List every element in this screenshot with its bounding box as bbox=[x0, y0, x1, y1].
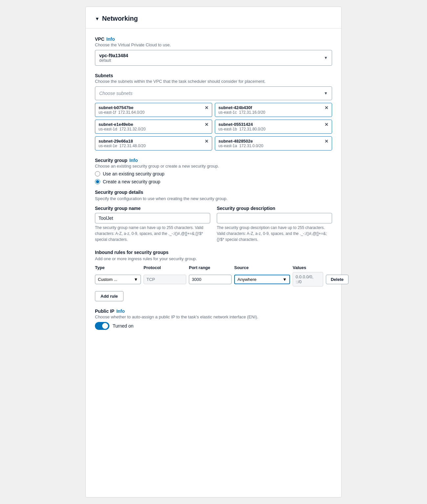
subnets-field-group: Subnets Choose the subnets within the VP… bbox=[95, 73, 332, 150]
vpc-description: Choose the Virtual Private Cloud to use. bbox=[95, 42, 332, 47]
sg-name-label: Security group name bbox=[95, 206, 210, 211]
security-group-radio-group: Use an existing security group Create a … bbox=[95, 171, 332, 184]
public-ip-label: Public IP Info bbox=[95, 309, 332, 314]
inbound-values: 0.0.0.0/0, ::/0 bbox=[293, 272, 323, 286]
subnet-remove-button[interactable]: ✕ bbox=[325, 122, 328, 127]
inbound-rules-field-group: Inbound rules for security groups Add on… bbox=[95, 250, 332, 301]
subnet-tag: subnet-4828502e us-east-1a 172.31.0.0/20… bbox=[215, 136, 332, 150]
public-ip-description: Choose whether to auto-assign a public I… bbox=[95, 314, 332, 319]
security-group-label: Security group Info bbox=[95, 158, 332, 163]
public-ip-toggle[interactable] bbox=[95, 322, 109, 330]
subnet-detail: us-east-1e 172.31.48.0/20 bbox=[99, 144, 146, 148]
source-dropdown-arrow: ▼ bbox=[282, 277, 287, 282]
inbound-type-select[interactable]: Custom ... ▼ bbox=[95, 275, 141, 284]
subnet-detail: us-east-1f 172.31.64.0/20 bbox=[99, 110, 145, 115]
type-dropdown-arrow: ▼ bbox=[134, 277, 138, 282]
inbound-protocol: TCP bbox=[144, 275, 186, 284]
vpc-dropdown-arrow: ▼ bbox=[324, 56, 328, 60]
vpc-field-group: VPC Info Choose the Virtual Private Clou… bbox=[95, 36, 332, 66]
subnet-tag: subnet-05531424 us-east-1b 172.31.80.0/2… bbox=[215, 120, 332, 134]
subnet-id: subnet-b07547be bbox=[99, 105, 145, 110]
sg-details-columns: Security group name The security group n… bbox=[95, 206, 332, 242]
sg-desc-field: Security group description The security … bbox=[217, 206, 332, 242]
subnets-select[interactable]: Choose subnets ▼ bbox=[95, 86, 332, 100]
subnet-id: subnet-4828502e bbox=[218, 139, 263, 144]
use-existing-radio[interactable] bbox=[95, 171, 100, 176]
sg-name-hint: The security group name can have up to 2… bbox=[95, 225, 210, 242]
security-group-field-group: Security group Info Choose an existing s… bbox=[95, 158, 332, 242]
sg-desc-hint: The security group description can have … bbox=[217, 225, 332, 242]
subnet-id: subnet-424b430f bbox=[218, 105, 265, 110]
vpc-selected-value: vpc-f9a13484 bbox=[99, 53, 128, 58]
inbound-title: Inbound rules for security groups bbox=[95, 250, 332, 255]
subnets-placeholder: Choose subnets bbox=[99, 91, 132, 96]
sg-name-input[interactable] bbox=[95, 213, 210, 223]
col-protocol-header: Protocol bbox=[144, 265, 186, 270]
col-source-header: Source bbox=[234, 265, 290, 270]
vpc-info-link[interactable]: Info bbox=[106, 36, 115, 42]
subnet-tag: subnet-b07547be us-east-1f 172.31.64.0/2… bbox=[95, 103, 212, 117]
subnet-remove-button[interactable]: ✕ bbox=[205, 139, 209, 144]
col-port-header: Port range bbox=[189, 265, 232, 270]
create-new-radio-item[interactable]: Create a new security group bbox=[95, 179, 332, 184]
toggle-container: Turned on bbox=[95, 322, 332, 330]
toggle-label: Turned on bbox=[113, 323, 133, 329]
add-rule-button[interactable]: Add rule bbox=[95, 291, 124, 301]
subnet-detail: us-east-1d 172.31.32.0/20 bbox=[99, 127, 146, 131]
sg-name-field: Security group name The security group n… bbox=[95, 206, 210, 242]
subnet-remove-button[interactable]: ✕ bbox=[325, 139, 328, 144]
subnet-tag: subnet-29e66a18 us-east-1e 172.31.48.0/2… bbox=[95, 136, 212, 150]
public-ip-field-group: Public IP Info Choose whether to auto-as… bbox=[95, 309, 332, 330]
vpc-selected-sub: default bbox=[99, 58, 128, 63]
networking-card: ▼ Networking VPC Info Choose the Virtual… bbox=[85, 7, 342, 497]
vpc-select[interactable]: vpc-f9a13484 default ▼ bbox=[95, 50, 332, 66]
subnet-remove-button[interactable]: ✕ bbox=[205, 105, 209, 110]
subnet-remove-button[interactable]: ✕ bbox=[205, 122, 209, 127]
sg-desc-label: Security group description bbox=[217, 206, 332, 211]
sg-desc-input[interactable] bbox=[217, 213, 332, 223]
sg-details-desc: Specify the configuration to use when cr… bbox=[95, 196, 332, 201]
use-existing-radio-item[interactable]: Use an existing security group bbox=[95, 171, 332, 176]
col-type-header: Type bbox=[95, 265, 141, 270]
sg-details-title: Security group details bbox=[95, 190, 332, 195]
subnet-grid: subnet-b07547be us-east-1f 172.31.64.0/2… bbox=[95, 103, 332, 150]
col-values-header: Values bbox=[293, 265, 348, 270]
inbound-table-header: Type Protocol Port range Source Values bbox=[95, 265, 332, 270]
security-group-info-link[interactable]: Info bbox=[129, 158, 138, 163]
inbound-desc: Add one or more ingress rules for your s… bbox=[95, 256, 332, 261]
vpc-label: VPC Info bbox=[95, 36, 332, 42]
subnet-id: subnet-05531424 bbox=[218, 122, 265, 127]
subnet-detail: us-east-1c 172.31.16.0/20 bbox=[218, 110, 265, 115]
subnet-tag: subnet-424b430f us-east-1c 172.31.16.0/2… bbox=[215, 103, 332, 117]
create-new-radio[interactable] bbox=[95, 179, 100, 184]
inbound-rule-row: Custom ... ▼ TCP Anywhere ▼ 0.0.0.0/0, :… bbox=[95, 272, 332, 286]
section-title: ▼ Networking bbox=[95, 15, 138, 22]
toggle-slider bbox=[95, 322, 109, 330]
inbound-port-input[interactable] bbox=[189, 275, 232, 284]
section-header: ▼ Networking bbox=[95, 15, 332, 22]
public-ip-info-link[interactable]: Info bbox=[116, 309, 125, 314]
delete-rule-button[interactable]: Delete bbox=[326, 275, 348, 284]
subnet-remove-button[interactable]: ✕ bbox=[325, 105, 328, 110]
inbound-source-select[interactable]: Anywhere ▼ bbox=[234, 275, 290, 284]
security-group-description: Choose an existing security group or cre… bbox=[95, 164, 332, 169]
subnet-detail: us-east-1b 172.31.80.0/20 bbox=[218, 127, 265, 131]
subnets-dropdown-arrow: ▼ bbox=[324, 91, 328, 96]
section-divider bbox=[86, 28, 341, 29]
subnets-label: Subnets bbox=[95, 73, 332, 78]
subnets-description: Choose the subnets within the VPC that t… bbox=[95, 79, 332, 84]
subnet-detail: us-east-1a 172.31.0.0/20 bbox=[218, 144, 263, 148]
collapse-arrow[interactable]: ▼ bbox=[95, 16, 100, 21]
subnet-tag: subnet-e1e49ebe us-east-1d 172.31.32.0/2… bbox=[95, 120, 212, 134]
subnet-id: subnet-e1e49ebe bbox=[99, 122, 146, 127]
subnet-id: subnet-29e66a18 bbox=[99, 139, 146, 144]
